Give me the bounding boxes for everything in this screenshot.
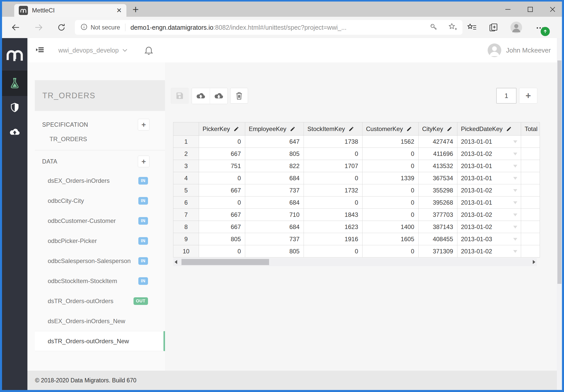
data-cell[interactable]: 737 [245, 233, 304, 245]
add-data-button[interactable]: + [138, 156, 150, 167]
data-cell[interactable]: 408455 [419, 233, 457, 245]
date-cell[interactable]: 2013-01-01 [457, 136, 521, 148]
date-dropdown-caret-icon[interactable] [513, 238, 517, 241]
add-favorite-star-icon[interactable] [448, 23, 457, 32]
data-cell[interactable]: 367534 [419, 172, 457, 184]
date-dropdown-caret-icon[interactable] [513, 165, 517, 168]
date-cell[interactable]: 2013-01-02 [457, 209, 521, 221]
data-cell-clipped[interactable] [521, 172, 540, 184]
data-item[interactable]: odbcStockItem-StockItemIN [35, 271, 165, 291]
data-cell-clipped[interactable] [521, 209, 540, 221]
data-item[interactable]: dsEX_Orders-inOrders_New [35, 311, 165, 331]
date-dropdown-caret-icon[interactable] [513, 153, 517, 155]
specification-item[interactable]: TR_ORDERS [27, 132, 165, 146]
date-cell[interactable]: 2013-01-03 [457, 233, 521, 245]
vertical-scrollbar-thumb[interactable] [557, 60, 561, 284]
data-cell[interactable]: 1843 [304, 209, 362, 221]
data-cell-clipped[interactable] [521, 136, 540, 148]
data-cell[interactable]: 805 [245, 148, 304, 160]
download-data-button[interactable] [210, 88, 227, 104]
date-dropdown-caret-icon[interactable] [513, 140, 517, 143]
date-cell[interactable]: 2013-01-02 [457, 148, 521, 160]
scroll-left-arrow-icon[interactable] [175, 260, 177, 264]
date-dropdown-caret-icon[interactable] [513, 201, 517, 204]
maximize-icon[interactable] [526, 6, 534, 13]
rail-item-unit-test[interactable] [2, 71, 27, 96]
forward-icon[interactable] [34, 23, 43, 32]
data-cell[interactable]: 355298 [419, 184, 457, 197]
browser-tab[interactable]: MettleCI ✕ [14, 4, 126, 17]
data-cell[interactable]: 0 [199, 245, 245, 257]
data-cell[interactable]: 0 [304, 245, 362, 257]
rail-item-compliance[interactable] [2, 96, 27, 120]
edit-column-icon[interactable] [290, 126, 295, 132]
date-cell[interactable]: 2013-01-02 [457, 184, 521, 197]
horizontal-scrollbar-thumb[interactable] [181, 259, 269, 265]
data-item[interactable]: dsTR_Orders-outOrders_New [35, 331, 165, 351]
favorites-bar-icon[interactable] [467, 23, 477, 32]
data-cell-clipped[interactable] [521, 148, 540, 160]
data-cell[interactable]: 805 [199, 233, 245, 245]
data-cell[interactable]: 0 [362, 245, 419, 257]
data-cell[interactable]: 647 [245, 136, 304, 148]
new-tab-button[interactable]: + [132, 5, 139, 15]
data-cell[interactable]: 1605 [362, 233, 419, 245]
data-cell[interactable]: 751 [199, 160, 245, 172]
edit-column-icon[interactable] [506, 126, 512, 132]
data-item[interactable]: odbcSalesperson-SalespersonIN [35, 251, 165, 271]
close-icon[interactable] [549, 6, 556, 13]
data-cell[interactable]: 737 [245, 184, 304, 197]
data-cell-clipped[interactable] [521, 245, 540, 257]
data-cell[interactable]: 1400 [362, 221, 419, 233]
browser-menu-icon[interactable] [535, 22, 546, 34]
data-cell[interactable]: 413532 [419, 160, 457, 172]
edit-column-icon[interactable] [349, 126, 354, 132]
edit-column-icon[interactable] [234, 126, 239, 132]
rail-item-deploy[interactable] [2, 120, 27, 145]
data-cell[interactable]: 0 [362, 209, 419, 221]
data-cell[interactable]: 1339 [362, 172, 419, 184]
user-menu[interactable]: John Mckeever [487, 43, 551, 57]
data-cell[interactable]: 377703 [419, 209, 457, 221]
data-cell[interactable]: 822 [245, 160, 304, 172]
data-cell[interactable]: 710 [245, 209, 304, 221]
data-item[interactable]: dsTR_Orders-outOrdersOUT [35, 291, 165, 311]
minimize-icon[interactable] [504, 6, 512, 13]
data-cell-clipped[interactable] [521, 184, 540, 197]
add-page-button[interactable]: + [519, 88, 537, 104]
address-bar[interactable]: Not secure demo1-engn.datamigrators.io:8… [75, 20, 462, 35]
save-button[interactable] [171, 88, 189, 104]
data-cell[interactable]: 427474 [419, 136, 457, 148]
data-cell[interactable]: 0 [199, 197, 245, 209]
add-specification-button[interactable]: + [138, 119, 150, 130]
data-cell-clipped[interactable] [521, 221, 540, 233]
date-dropdown-caret-icon[interactable] [513, 189, 517, 192]
data-cell[interactable]: 0 [199, 136, 245, 148]
page-number-button[interactable]: 1 [496, 88, 517, 104]
password-key-icon[interactable] [429, 23, 438, 32]
data-cell[interactable]: 1623 [304, 221, 362, 233]
date-dropdown-caret-icon[interactable] [513, 226, 517, 228]
delete-button[interactable] [230, 88, 248, 104]
sidebar-toggle-icon[interactable] [36, 46, 44, 55]
data-cell[interactable]: 0 [304, 172, 362, 184]
data-cell[interactable]: 684 [245, 172, 304, 184]
data-item[interactable]: dsEX_Orders-inOrdersIN [35, 171, 165, 191]
data-cell[interactable]: 371309 [419, 245, 457, 257]
edit-column-icon[interactable] [447, 126, 452, 132]
data-cell-clipped[interactable] [521, 197, 540, 209]
data-cell[interactable]: 1732 [304, 184, 362, 197]
data-cell[interactable]: 1738 [304, 136, 362, 148]
data-cell-clipped[interactable] [521, 233, 540, 245]
data-cell[interactable]: 0 [362, 184, 419, 197]
scroll-right-arrow-icon[interactable] [533, 260, 535, 264]
data-cell[interactable]: 0 [199, 172, 245, 184]
date-cell[interactable]: 2013-01-01 [457, 160, 521, 172]
data-cell[interactable]: 684 [245, 221, 304, 233]
data-cell[interactable]: 1707 [304, 160, 362, 172]
data-cell[interactable]: 805 [245, 245, 304, 257]
data-cell[interactable]: 395268 [419, 197, 457, 209]
data-item[interactable]: odbcPicker-PickerIN [35, 231, 165, 251]
data-item[interactable]: odbcCity-CityIN [35, 191, 165, 211]
data-cell[interactable]: 0 [362, 197, 419, 209]
